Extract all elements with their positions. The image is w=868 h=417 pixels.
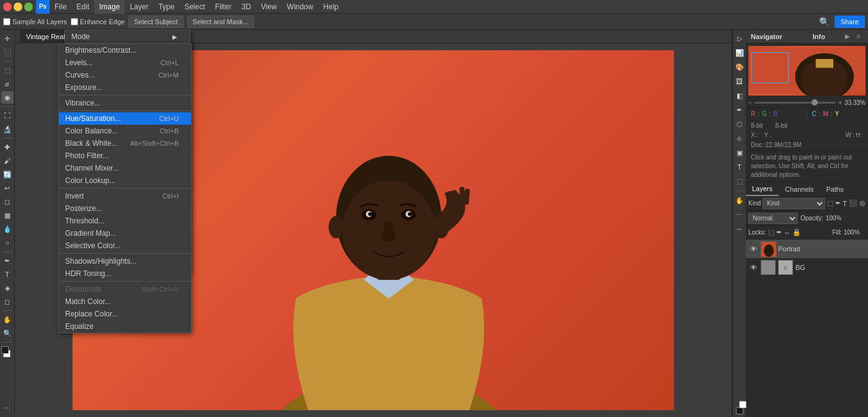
adj-selective-color[interactable]: Selective Color... [59,240,191,252]
adj-exposure[interactable]: Exposure... [59,81,191,94]
menu-image[interactable]: Image [94,0,125,14]
panel-icon-11[interactable]: ⬚ [733,175,746,187]
nav-zoom-out-icon[interactable]: − [748,99,752,106]
adj-shadows-highlights[interactable]: Shadows/Highlights... [59,255,191,267]
brush-tool[interactable]: 🖌 [1,155,14,167]
eyedropper-tool[interactable]: 🔬 [1,123,14,135]
minimize-button[interactable] [14,2,22,11]
panel-icon-9[interactable]: ▣ [733,146,746,159]
panel-icon-6[interactable]: ✒ [733,104,746,116]
adj-match-color[interactable]: Match Color... [59,295,191,308]
filter-icon-5[interactable]: ◎ [859,199,866,207]
adj-brightness-contrast[interactable]: Brightness/Contrast... [59,44,191,56]
search-icon[interactable]: 🔍 [818,16,831,28]
select-mask-button[interactable]: Select and Mask... [187,16,255,28]
healing-tool[interactable]: ✚ [1,141,14,153]
lock-icon-4[interactable]: 🔒 [792,228,801,236]
nav-zoom-slider[interactable] [755,102,836,104]
panel-icon-8[interactable]: ⎋ [733,132,746,145]
panel-icon-12[interactable]: ✋ [733,194,746,207]
adj-channel-mixer[interactable]: Channel Mixer... [59,162,191,174]
panel-icon-2[interactable]: 📊 [733,47,746,59]
close-button[interactable] [3,2,12,11]
adj-color-balance[interactable]: Color Balance... Ctrl+B [59,125,191,137]
path-select-tool[interactable]: ◈ [1,282,14,294]
type-tool[interactable]: T [1,268,14,280]
gradient-tool[interactable]: ▦ [1,209,14,222]
adj-curves[interactable]: Curves... Ctrl+M [59,69,191,81]
filter-icon-3[interactable]: T [843,200,847,207]
menu-view[interactable]: View [256,0,282,14]
select-subject-button[interactable]: Select Subject [128,16,183,28]
pen-tool[interactable]: ✒ [1,254,14,267]
blend-mode-select[interactable]: Normal [748,213,798,224]
menu-3d[interactable]: 3D [236,0,255,14]
hand-tool[interactable]: ✋ [1,313,14,326]
menu-select[interactable]: Select [179,0,210,14]
adj-photo-filter[interactable]: Photo Filter... [59,150,191,162]
adj-posterize[interactable]: Posterize... [59,202,191,215]
adj-black-white[interactable]: Black & White... Alt+Shift+Ctrl+B [59,137,191,150]
maximize-button[interactable] [24,2,33,11]
filter-icon-2[interactable]: ✒ [835,199,841,207]
marquee-tool[interactable]: ⬚ [1,64,14,76]
artboard-tool[interactable]: ⬛ [1,46,14,58]
adj-levels[interactable]: Levels... Ctrl+L [59,56,191,69]
filter-icon-4[interactable]: ⬛ [849,199,857,207]
sample-all-layers-input[interactable] [3,18,11,25]
panel-icon-3[interactable]: 🎨 [733,61,746,73]
image-menu-mode[interactable]: Mode ▶ [65,30,190,43]
panel-icon-4[interactable]: 🖼 [733,75,746,87]
panel-icon-10[interactable]: T [733,161,746,173]
layer-eye-portrait[interactable]: 👁 [748,244,758,254]
layers-filter-select[interactable]: Kind [763,198,825,209]
crop-tool[interactable]: ⛶ [1,109,14,122]
menu-filter[interactable]: Filter [210,0,237,14]
panel-icon-7[interactable]: ⬡ [733,118,746,130]
extra-tools[interactable]: ⋯ [1,402,14,415]
menu-type[interactable]: Type [153,0,179,14]
menu-edit[interactable]: Edit [71,0,94,14]
layer-item-bg[interactable]: 👁 D BG [746,258,868,277]
foreground-color-swatch[interactable] [1,346,9,354]
panel-icon-5[interactable]: ◧ [733,89,746,102]
adj-equalize[interactable]: Equalize [59,320,191,333]
dodge-tool[interactable]: ○ [1,236,14,249]
panel-icon-14[interactable]: ↔ [733,223,746,235]
adj-vibrance[interactable]: Vibrance... [59,97,191,109]
share-button[interactable]: Share [835,16,865,28]
move-tool[interactable]: ✛ [1,32,14,45]
quick-select-tool[interactable]: ◉ [1,91,14,104]
menu-help[interactable]: Help [318,0,343,14]
shape-tool[interactable]: ◻ [1,295,14,308]
adj-gradient-map[interactable]: Gradient Map... [59,227,191,240]
blur-tool[interactable]: 💧 [1,223,14,235]
adj-invert[interactable]: Invert Ctrl+I [59,190,191,202]
clone-tool[interactable]: 🔄 [1,168,14,181]
eraser-tool[interactable]: ◻ [1,195,14,208]
lock-icon-2[interactable]: ✒ [776,228,782,236]
panel-icon-13[interactable]: ⋯ [733,208,746,221]
color-swatches[interactable] [1,346,14,357]
adj-hue-saturation[interactable]: Hue/Saturation... Ctrl+U [59,112,191,125]
navigator-menu-icon[interactable]: ≡ [854,32,863,41]
panel-color-bg[interactable] [739,401,746,408]
nav-zoom-in-icon[interactable]: + [838,99,842,106]
tab-paths[interactable]: Paths [820,182,850,196]
history-brush-tool[interactable]: ↩ [1,182,14,194]
filter-icon-1[interactable]: ⬚ [827,199,833,207]
lock-icon-1[interactable]: ⬚ [768,228,774,236]
navigator-expand-icon[interactable]: ▶ [843,32,852,41]
zoom-tool[interactable]: 🔍 [1,327,14,339]
layer-eye-bg[interactable]: 👁 [748,262,758,272]
tab-layers[interactable]: Layers [746,182,779,196]
menu-layer[interactable]: Layer [125,0,153,14]
layer-item-portrait[interactable]: 👁 Portrait [746,240,868,258]
enhance-edge-input[interactable] [71,18,78,25]
menu-window[interactable]: Window [282,0,319,14]
lasso-tool[interactable]: ⌀ [1,78,14,90]
tab-channels[interactable]: Channels [779,182,820,196]
adj-replace-color[interactable]: Replace Color... [59,308,191,320]
sample-all-layers-checkbox[interactable]: Sample All Layers [3,18,67,25]
panel-icon-1[interactable]: ▷ [733,32,746,45]
